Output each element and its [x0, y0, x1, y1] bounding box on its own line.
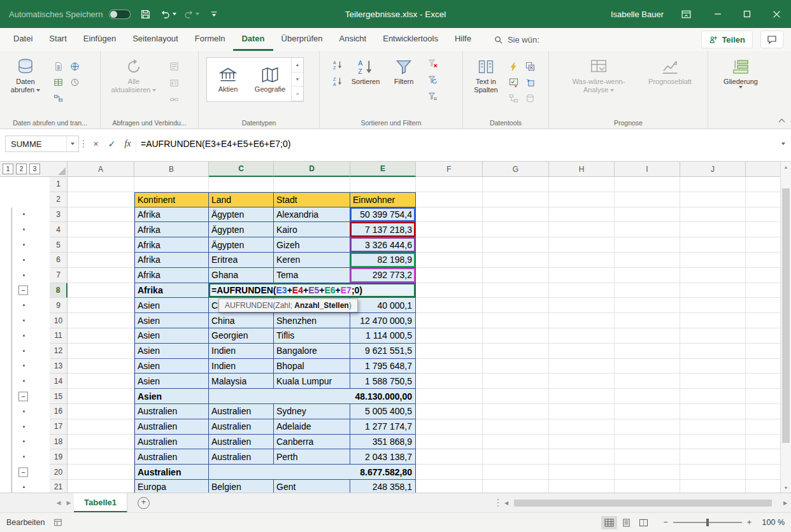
outline-button[interactable]: Gliederung	[715, 54, 766, 88]
name-box-dropdown-button[interactable]	[66, 136, 78, 151]
cell-G2[interactable]	[483, 192, 549, 207]
row-header-16[interactable]: 16	[50, 404, 68, 419]
cell-E14[interactable]: 1 588 750,5	[350, 374, 416, 389]
outline-collapse-button-row-8[interactable]: −	[18, 286, 28, 295]
cell-H9[interactable]	[549, 298, 615, 313]
cell-H7[interactable]	[549, 268, 615, 283]
cell-J21[interactable]	[680, 480, 746, 493]
filter-button[interactable]: Filtern	[386, 54, 422, 86]
cell-J1[interactable]	[680, 177, 746, 192]
ribbon-tab-datei[interactable]: Datei	[5, 28, 41, 51]
ribbon-tab-einfügen[interactable]: Einfügen	[75, 28, 124, 51]
cell-F12[interactable]	[416, 344, 483, 359]
ribbon-tab-entwicklertools[interactable]: Entwicklertools	[374, 28, 446, 51]
cell-J19[interactable]	[680, 449, 746, 465]
ribbon-display-options-button[interactable]	[678, 6, 694, 22]
macro-record-button[interactable]	[53, 518, 62, 527]
quick-access-toolbar-menu-button[interactable]	[206, 6, 222, 22]
cell-C4[interactable]: Ägypten	[209, 222, 274, 237]
cell-F9[interactable]	[416, 298, 483, 313]
sheet-tab-tabelle1[interactable]: Tabelle1	[74, 493, 127, 512]
ribbon-tab-ansicht[interactable]: Ansicht	[331, 28, 375, 51]
cell-J10[interactable]	[680, 313, 746, 328]
cell-E10[interactable]: 12 470 000,9	[350, 313, 416, 328]
row-header-3[interactable]: 3	[50, 207, 68, 223]
cell-F19[interactable]	[416, 449, 483, 465]
cell-E1[interactable]	[350, 177, 416, 192]
cell-G6[interactable]	[483, 253, 549, 268]
filter-advanced-button[interactable]	[425, 90, 441, 104]
cell-J17[interactable]	[680, 419, 746, 435]
cell-J20[interactable]	[680, 465, 746, 480]
row-header-2[interactable]: 2	[50, 192, 68, 207]
row-header-8[interactable]: 8	[50, 283, 68, 298]
row-header-13[interactable]: 13	[50, 359, 68, 374]
cell-D12[interactable]: Bangalore	[274, 344, 350, 359]
ribbon-tab-start[interactable]: Start	[41, 28, 75, 51]
hscroll-left-button[interactable]: ◀	[501, 500, 512, 506]
cell-I8[interactable]	[615, 283, 680, 298]
cell-A6[interactable]	[68, 253, 134, 268]
cell-A12[interactable]	[68, 344, 134, 359]
cell-D18[interactable]: Canberra	[274, 435, 350, 450]
collapse-ribbon-button[interactable]	[779, 118, 785, 123]
flash-fill-button[interactable]	[506, 59, 521, 73]
zoom-slider[interactable]	[673, 522, 742, 523]
sheet-nav-right-button[interactable]: ▶	[64, 500, 74, 506]
cell-D2[interactable]: Stadt	[274, 192, 350, 207]
cell-A21[interactable]	[68, 480, 134, 493]
cell-A9[interactable]	[68, 298, 134, 313]
cell-H15[interactable]	[549, 389, 615, 404]
cell-D11[interactable]: Tiflis	[274, 328, 350, 344]
cell-C17[interactable]: Australien	[209, 419, 274, 435]
scroll-up-button[interactable]: ▲	[781, 162, 791, 172]
hscroll-right-button[interactable]: ▶	[780, 500, 791, 506]
cell-D19[interactable]: Perth	[274, 449, 350, 465]
edit-links-button[interactable]	[166, 92, 182, 106]
select-all-button[interactable]	[58, 167, 66, 175]
cell-C15-merged[interactable]: 48.130.000,00	[209, 389, 416, 404]
cell-C11[interactable]: Georgien	[209, 328, 274, 344]
cell-C18[interactable]: Australien	[209, 435, 274, 450]
cell-A3[interactable]	[68, 207, 134, 223]
cell-I16[interactable]	[615, 404, 680, 419]
maximize-button[interactable]	[732, 0, 762, 28]
text-to-columns-button[interactable]: Text in Spalten	[467, 54, 504, 94]
cell-A11[interactable]	[68, 328, 134, 344]
cell-H21[interactable]	[549, 480, 615, 493]
cell-H16[interactable]	[549, 404, 615, 419]
cell-J16[interactable]	[680, 404, 746, 419]
cell-C14[interactable]: Malaysia	[209, 374, 274, 389]
cell-H10[interactable]	[549, 313, 615, 328]
cell-D3[interactable]: Alexandria	[274, 207, 350, 223]
cell-H14[interactable]	[549, 374, 615, 389]
from-web-button[interactable]	[67, 59, 82, 73]
cell-E4[interactable]: 7 137 218,3	[350, 222, 416, 237]
cell-G13[interactable]	[483, 359, 549, 374]
cell-D16[interactable]: Sydney	[274, 404, 350, 419]
cell-G21[interactable]	[483, 480, 549, 493]
row-header-4[interactable]: 4	[50, 222, 68, 237]
zoom-out-button[interactable]: −	[663, 518, 667, 527]
geography-button[interactable]: Geografie	[249, 58, 291, 101]
ribbon-tab-seitenlayout[interactable]: Seitenlayout	[124, 28, 187, 51]
cell-C16[interactable]: Australien	[209, 404, 274, 419]
save-button[interactable]	[137, 6, 153, 22]
cell-A7[interactable]	[68, 268, 134, 283]
cell-H6[interactable]	[549, 253, 615, 268]
cell-B15[interactable]: Asien	[134, 389, 209, 404]
cell-B12[interactable]: Asien	[134, 344, 209, 359]
cell-F21[interactable]	[416, 480, 483, 493]
cell-B3[interactable]: Afrika	[134, 207, 209, 223]
refresh-all-button[interactable]: Alle aktualisieren	[105, 54, 162, 94]
properties-button[interactable]	[166, 76, 182, 90]
cell-C5[interactable]: Ägypten	[209, 237, 274, 253]
column-header-C[interactable]: C	[209, 162, 274, 177]
cell-C6[interactable]: Eritrea	[209, 253, 274, 268]
cell-C12[interactable]: Indien	[209, 344, 274, 359]
cell-H1[interactable]	[549, 177, 615, 192]
cell-B11[interactable]: Asien	[134, 328, 209, 344]
outline-collapse-button-row-15[interactable]: −	[18, 392, 28, 402]
cell-G9[interactable]	[483, 298, 549, 313]
cell-E7[interactable]: 292 773,2	[350, 268, 416, 283]
